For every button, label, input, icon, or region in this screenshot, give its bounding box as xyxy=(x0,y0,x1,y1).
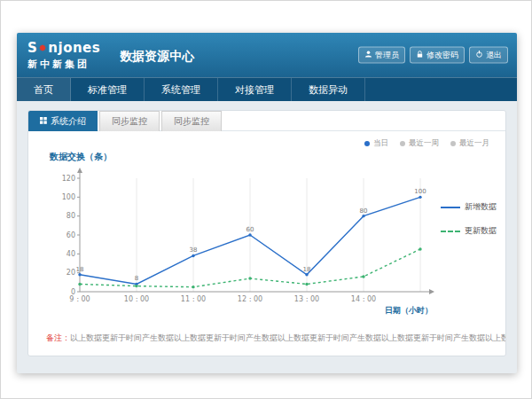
series-legend-item-update[interactable]: 更新数据 xyxy=(441,225,497,237)
app-header: S njones 新中新集团 数据资源中心 xyxy=(17,33,517,77)
header-actions: 管理员 修改密码 退出 xyxy=(358,47,508,64)
svg-text:12：00: 12：00 xyxy=(238,295,262,303)
tab-system-intro[interactable]: 系统介绍 xyxy=(28,111,98,131)
svg-text:10：00: 10：00 xyxy=(124,295,149,303)
footnote-label: 备注： xyxy=(46,333,70,342)
svg-text:60: 60 xyxy=(66,231,75,239)
footnote: 备注：以上数据更新于时间产生数据以上数据更新于时间产生数据以上数据更新于时间产生… xyxy=(28,332,505,344)
change-password-button[interactable]: 修改密码 xyxy=(410,47,465,64)
svg-text:100: 100 xyxy=(414,188,426,195)
svg-text:日期（小时）: 日期（小时） xyxy=(385,306,433,315)
svg-text:100: 100 xyxy=(62,193,75,201)
period-today-label: 当日 xyxy=(373,138,388,149)
series-update-label: 更新数据 xyxy=(465,225,497,237)
period-legend-item-month[interactable]: 最近一月 xyxy=(450,138,489,149)
svg-text:11：00: 11：00 xyxy=(181,295,206,303)
tab-bar: 系统介绍 同步监控 同步监控 xyxy=(28,111,505,131)
nav-item-system-mgmt[interactable]: 系统管理 xyxy=(145,78,218,101)
svg-text:20: 20 xyxy=(66,269,75,277)
svg-text:8: 8 xyxy=(135,275,138,282)
tab-system-intro-label: 系统介绍 xyxy=(51,115,86,128)
footnote-text: 以上数据更新于时间产生数据以上数据更新于时间产生数据以上数据更新于时间产生数据以… xyxy=(70,333,505,342)
svg-text:14：00: 14：00 xyxy=(351,295,376,303)
legend-dot-week xyxy=(400,141,405,146)
series-line-sample-update xyxy=(441,231,460,232)
app-window: S njones 新中新集团 数据资源中心 xyxy=(17,33,517,373)
tab-sync-monitor-1[interactable]: 同步监控 xyxy=(99,111,160,131)
logo-text: S njones xyxy=(27,40,100,56)
tab-sync-monitor-2-label: 同步监控 xyxy=(174,115,209,128)
y-axis-label: 数据交换（条） xyxy=(50,151,112,163)
period-week-label: 最近一周 xyxy=(409,138,439,149)
brand-logo: S njones 新中新集团 xyxy=(17,40,113,71)
admin-user-label: 管理员 xyxy=(375,50,399,61)
svg-text:38: 38 xyxy=(190,246,198,254)
series-line-sample-new xyxy=(441,207,460,208)
power-icon xyxy=(475,51,483,60)
nav-item-data-change[interactable]: 数据异动 xyxy=(292,78,365,101)
nav-item-standard-mgmt[interactable]: 标准管理 xyxy=(71,78,145,101)
series-legend-item-new[interactable]: 新增数据 xyxy=(441,201,497,213)
browser-viewport: S njones 新中新集团 数据资源中心 xyxy=(0,0,532,399)
logout-button[interactable]: 退出 xyxy=(469,47,508,64)
logo-star-icon xyxy=(38,43,47,52)
company-name: 新中新集团 xyxy=(27,58,100,71)
line-chart: 9：0010：0011：0012：0013：0014：0002040608010… xyxy=(53,166,434,315)
svg-text:18: 18 xyxy=(76,266,84,273)
svg-text:13：00: 13：00 xyxy=(294,295,319,303)
nav-item-home[interactable]: 首页 xyxy=(17,78,71,101)
admin-user-button[interactable]: 管理员 xyxy=(358,47,405,64)
svg-text:60: 60 xyxy=(246,226,254,233)
tab-sync-monitor-2[interactable]: 同步监控 xyxy=(161,111,222,131)
series-legend: 新增数据 更新数据 xyxy=(441,201,497,237)
chart-area: 9：0010：0011：0012：0013：0014：0002040608010… xyxy=(53,166,434,318)
logo-prefix: S xyxy=(27,40,37,56)
svg-text:9：00: 9：00 xyxy=(69,295,90,303)
logout-label: 退出 xyxy=(486,50,502,61)
main-nav: 首页 标准管理 系统管理 对接管理 数据异动 xyxy=(17,77,517,101)
svg-text:18: 18 xyxy=(303,266,311,273)
svg-text:0: 0 xyxy=(71,288,75,296)
user-icon xyxy=(364,51,372,60)
period-legend-item-today[interactable]: 当日 xyxy=(364,138,388,149)
svg-text:80: 80 xyxy=(360,207,368,215)
legend-dot-month xyxy=(450,141,456,146)
svg-text:120: 120 xyxy=(62,175,75,183)
logo-suffix: njones xyxy=(48,40,100,56)
legend-dot-today xyxy=(364,141,370,146)
series-new-label: 新增数据 xyxy=(465,201,497,213)
change-password-label: 修改密码 xyxy=(426,50,458,61)
period-month-label: 最近一月 xyxy=(459,138,489,149)
panel-card: 系统介绍 同步监控 同步监控 当日 最 xyxy=(27,110,506,356)
lock-icon xyxy=(416,51,424,60)
period-legend-item-week[interactable]: 最近一周 xyxy=(400,138,439,149)
page-title: 数据资源中心 xyxy=(120,49,194,65)
content-area: 系统介绍 同步监控 同步监控 当日 最 xyxy=(17,101,517,373)
period-legend: 当日 最近一周 最近一月 xyxy=(364,138,489,149)
grid-icon xyxy=(40,116,47,126)
svg-text:80: 80 xyxy=(66,212,75,220)
svg-text:40: 40 xyxy=(66,250,75,258)
nav-item-integration-mgmt[interactable]: 对接管理 xyxy=(218,78,292,101)
tab-sync-monitor-1-label: 同步监控 xyxy=(112,115,147,128)
